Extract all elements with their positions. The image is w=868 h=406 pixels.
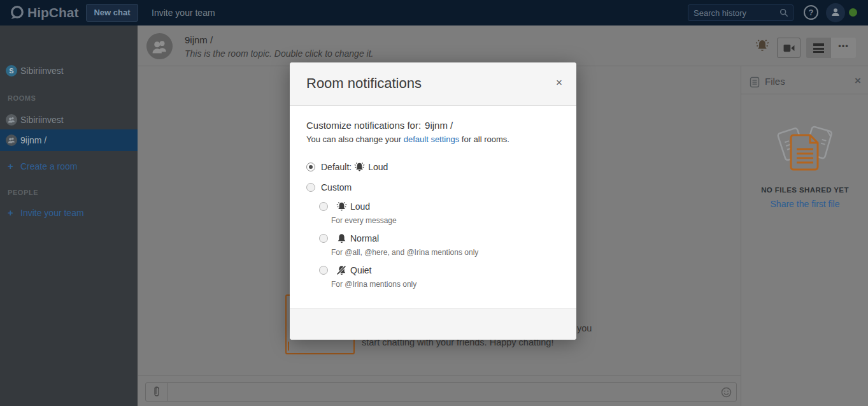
bell-icon xyxy=(336,233,347,244)
plus-icon: + xyxy=(8,157,13,176)
more-options-button[interactable]: ••• xyxy=(831,38,856,58)
invite-your-team-button[interactable]: + Invite your team xyxy=(0,203,138,222)
welcome-box-mark xyxy=(288,342,289,351)
room-header: 9ijnm / This is the room topic. Double c… xyxy=(138,25,868,66)
room-avatar xyxy=(146,33,173,59)
view-toggle-group: ••• xyxy=(806,38,856,58)
profile-button[interactable] xyxy=(826,3,845,22)
radio-custom[interactable] xyxy=(306,183,315,192)
loud-description: For every message xyxy=(331,216,397,225)
document-icon xyxy=(750,76,760,88)
radio-default[interactable] xyxy=(306,163,315,171)
paperclip-icon xyxy=(152,386,161,398)
customize-room-name: 9ijnm / xyxy=(425,120,453,131)
default-settings-line: You can also change your default setting… xyxy=(306,134,509,144)
radio-normal[interactable] xyxy=(319,234,328,243)
room-title: 9ijnm / xyxy=(185,34,213,45)
search-input[interactable] xyxy=(694,5,776,20)
rooms-section-header: ROOMS xyxy=(8,94,36,102)
team-name-label: Sibiriinvest xyxy=(20,61,64,80)
default-settings-suffix: for all rooms. xyxy=(459,134,509,144)
room-topic[interactable]: This is the room topic. Double click to … xyxy=(185,48,373,59)
presence-status-dot[interactable] xyxy=(849,8,857,17)
room-group-avatar xyxy=(6,134,17,146)
list-view-button[interactable] xyxy=(806,38,831,58)
bell-loud-icon xyxy=(336,201,347,212)
customize-line: Customize notifications for:9ijnm / xyxy=(306,120,453,131)
no-files-text: NO FILES SHARED YET xyxy=(741,186,868,194)
search-box xyxy=(688,4,793,21)
invite-your-team-label: Invite your team xyxy=(20,203,84,222)
quiet-label: Quiet xyxy=(350,265,371,275)
room-notifications-modal: Room notifications × Customize notificat… xyxy=(290,62,576,340)
option-custom: Custom xyxy=(306,182,352,193)
welcome-text-line1: you xyxy=(577,323,592,333)
notification-bell-icon[interactable] xyxy=(755,39,769,53)
room-name-label: 9ijnm / xyxy=(20,129,46,149)
new-chat-button[interactable]: New chat xyxy=(86,4,138,22)
top-bar: HipChat New chat Invite your team ? xyxy=(0,0,868,25)
hipchat-logo-text: HipChat xyxy=(27,0,79,25)
bell-muted-icon xyxy=(336,265,347,276)
modal-close-icon[interactable]: × xyxy=(556,76,562,89)
emoji-icon[interactable] xyxy=(721,387,732,398)
people-section-header: PEOPLE xyxy=(8,189,38,196)
default-settings-link[interactable]: default settings xyxy=(404,134,459,144)
default-level-label: Loud xyxy=(368,162,388,172)
option-loud: Loud xyxy=(319,201,370,212)
group-icon xyxy=(8,136,15,144)
custom-label: Custom xyxy=(321,182,352,192)
modal-footer xyxy=(290,308,576,340)
sidebar-item-team[interactable]: S Sibiriinvest xyxy=(0,61,138,80)
files-panel: Files × xyxy=(741,66,868,406)
app-root: HipChat New chat Invite your team ? S Si… xyxy=(0,0,868,406)
help-icon[interactable]: ? xyxy=(804,5,818,20)
list-view-icon xyxy=(813,43,824,55)
plus-icon: + xyxy=(8,203,13,222)
group-icon xyxy=(152,38,167,54)
message-input-container xyxy=(145,382,737,402)
option-default: Default: Loud xyxy=(306,161,388,173)
person-icon xyxy=(830,7,841,17)
files-empty-illustration xyxy=(768,116,842,177)
sidebar: S Sibiriinvest ROOMS Sibiriinvest 9ijnm … xyxy=(0,25,138,406)
files-panel-close-icon[interactable]: × xyxy=(855,75,861,87)
loud-label: Loud xyxy=(350,201,370,212)
room-group-avatar xyxy=(6,114,17,126)
option-normal: Normal xyxy=(319,233,379,244)
video-camera-icon xyxy=(783,43,795,53)
create-a-room-button[interactable]: + Create a room xyxy=(0,157,138,176)
modal-title: Room notifications xyxy=(306,75,422,92)
default-settings-prefix: You can also change your xyxy=(306,134,404,144)
customize-label: Customize notifications for: xyxy=(306,120,421,131)
files-panel-header: Files × xyxy=(741,71,868,94)
create-a-room-label: Create a room xyxy=(20,157,77,176)
quiet-description: For @Irina mentions only xyxy=(331,280,416,289)
message-bar xyxy=(138,375,741,406)
sidebar-item-room-9ijnm[interactable]: 9ijnm / xyxy=(0,129,138,151)
search-icon[interactable] xyxy=(779,8,788,17)
modal-header: Room notifications × xyxy=(290,62,576,106)
team-avatar: S xyxy=(6,65,17,76)
group-icon xyxy=(8,116,15,124)
normal-label: Normal xyxy=(350,233,379,243)
video-call-button[interactable] xyxy=(777,38,800,58)
invite-your-team-topbar-link[interactable]: Invite your team xyxy=(152,0,215,25)
hipchat-logo-icon xyxy=(9,5,25,21)
bell-loud-icon xyxy=(354,162,365,173)
room-name-label: Sibiriinvest xyxy=(20,110,64,129)
ellipsis-icon: ••• xyxy=(831,41,856,51)
option-quiet: Quiet xyxy=(319,265,371,276)
default-label: Default: xyxy=(321,162,352,172)
radio-quiet[interactable] xyxy=(319,266,328,275)
sidebar-item-room-sibiriinvest[interactable]: Sibiriinvest xyxy=(0,110,138,129)
share-first-file-link[interactable]: Share the first file xyxy=(741,199,868,209)
message-input[interactable] xyxy=(168,383,716,401)
normal-description: For @all, @here, and @Irina mentions onl… xyxy=(331,248,478,257)
attach-file-button[interactable] xyxy=(146,383,167,401)
radio-loud[interactable] xyxy=(319,202,328,211)
files-panel-title: Files xyxy=(765,76,785,87)
